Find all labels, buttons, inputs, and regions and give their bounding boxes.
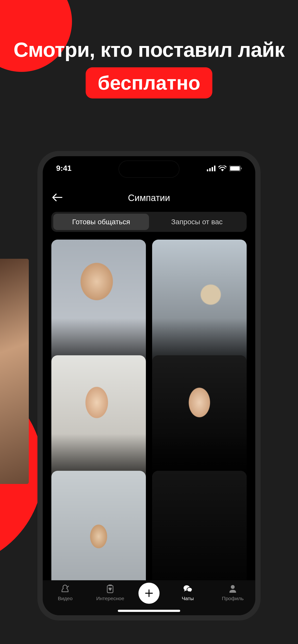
profile-card[interactable]: Максим, 25 bbox=[152, 240, 247, 371]
tab-ready-to-chat[interactable]: Готовы общаться bbox=[53, 214, 149, 230]
interesting-icon bbox=[105, 584, 115, 594]
hero-title: Смотри, кто поставил лайк bbox=[0, 38, 298, 61]
profile-card[interactable]: Инга, 23 bbox=[152, 355, 247, 486]
back-button[interactable] bbox=[52, 194, 62, 202]
bottom-navigation: Видео Интересное Чаты Профиль bbox=[43, 580, 255, 615]
svg-rect-3 bbox=[214, 166, 215, 171]
card-gradient bbox=[152, 355, 247, 486]
decorative-side-photo bbox=[0, 259, 29, 484]
card-gradient bbox=[51, 355, 146, 486]
tabs-container: Готовы общаться Запросы от вас bbox=[51, 212, 247, 232]
profile-grid[interactable]: Женя, 23 Максим, 25 Алексей, 27 bbox=[51, 240, 247, 580]
phone-screen: 9:41 Симпатии Готовы общаться Запросы от… bbox=[43, 156, 255, 615]
profile-photo bbox=[51, 471, 146, 580]
tab-requests-from-you[interactable]: Запросы от вас bbox=[149, 214, 245, 230]
nav-label: Профиль bbox=[222, 596, 244, 601]
video-icon bbox=[60, 584, 71, 594]
page-title: Симпатии bbox=[128, 193, 170, 203]
status-time: 9:41 bbox=[56, 164, 72, 173]
svg-rect-0 bbox=[207, 170, 208, 171]
hero-section: Смотри, кто поставил лайк бесплатно bbox=[0, 38, 298, 98]
nav-interesting[interactable]: Интересное bbox=[93, 584, 127, 601]
nav-video[interactable]: Видео bbox=[49, 584, 82, 601]
card-gradient bbox=[152, 240, 247, 371]
svg-rect-8 bbox=[108, 584, 112, 586]
tab-label: Готовы общаться bbox=[72, 218, 130, 226]
tab-label: Запросы от вас bbox=[171, 218, 223, 226]
profile-photo bbox=[152, 471, 247, 580]
nav-label: Интересное bbox=[96, 596, 124, 601]
nav-profile[interactable]: Профиль bbox=[216, 584, 249, 601]
svg-rect-6 bbox=[241, 168, 242, 170]
profile-card[interactable] bbox=[152, 471, 247, 580]
status-indicators bbox=[207, 166, 242, 171]
svg-rect-1 bbox=[209, 168, 211, 171]
arrow-left-icon bbox=[52, 194, 62, 201]
nav-chats[interactable]: Чаты bbox=[171, 584, 205, 601]
svg-point-11 bbox=[231, 585, 235, 589]
cellular-icon bbox=[207, 166, 215, 171]
wifi-icon bbox=[218, 166, 226, 171]
nav-label: Чаты bbox=[182, 596, 194, 601]
chats-icon bbox=[183, 584, 193, 594]
nav-label: Видео bbox=[58, 596, 72, 601]
app-header: Симпатии bbox=[43, 188, 255, 208]
profile-icon bbox=[227, 584, 238, 594]
phone-notch bbox=[119, 161, 179, 177]
profile-card[interactable]: Женя, 23 bbox=[51, 240, 146, 371]
svg-rect-2 bbox=[212, 167, 213, 171]
nav-add-button[interactable] bbox=[138, 583, 160, 604]
profile-card[interactable]: Алексей, 27 bbox=[51, 355, 146, 486]
svg-rect-5 bbox=[230, 166, 240, 170]
home-indicator[interactable] bbox=[118, 610, 180, 612]
card-gradient bbox=[51, 240, 146, 371]
phone-frame: 9:41 Симпатии Готовы общаться Запросы от… bbox=[37, 151, 261, 620]
battery-icon bbox=[229, 166, 242, 171]
hero-badge: бесплатно bbox=[86, 67, 212, 98]
profile-card[interactable] bbox=[51, 471, 146, 580]
plus-icon bbox=[144, 588, 154, 598]
svg-point-10 bbox=[187, 588, 192, 592]
